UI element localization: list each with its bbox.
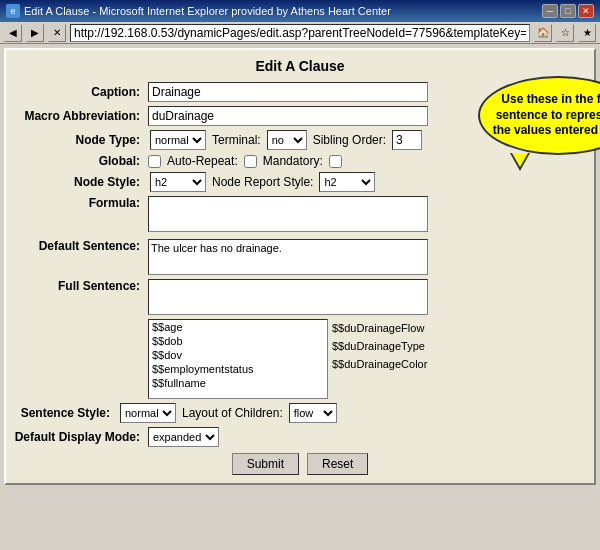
ie-icon: e (6, 4, 20, 18)
submit-area: Submit Reset (14, 453, 586, 475)
close-button[interactable]: ✕ (578, 4, 594, 18)
global-label: Global: (14, 154, 144, 168)
form-panel: Edit A Clause Caption: Macro Abbreviatio… (4, 48, 596, 485)
global-checkbox-group: Auto-Repeat: Mandatory: (148, 154, 342, 168)
mandatory-checkbox[interactable] (329, 155, 342, 168)
node-type-label: Node Type: (14, 133, 144, 147)
address-input[interactable] (70, 24, 530, 42)
address-bar: ◀ ▶ ✕ 🏠 ☆ ★ (0, 22, 600, 44)
terminal-label: Terminal: (212, 133, 261, 147)
var-item-dob[interactable]: $$dob (149, 334, 327, 348)
home-button[interactable]: 🏠 (534, 24, 552, 42)
display-mode-select[interactable]: expandedcollapsed (148, 427, 219, 447)
display-mode-row: Default Display Mode: expandedcollapsed (14, 427, 586, 447)
macro-label: Macro Abbreviation: (14, 109, 144, 123)
global-checkbox[interactable] (148, 155, 161, 168)
default-sentence-row: Default Sentence: The ulcer has no drain… (14, 239, 586, 275)
var-drainage-flow[interactable]: $$duDrainageFlow (332, 319, 427, 337)
var-item-employment[interactable]: $$employmentstatus (149, 362, 327, 376)
var-item-age[interactable]: $$age (149, 320, 327, 334)
sentence-style-row: Sentence Style: normalbolditalic Layout … (14, 403, 586, 423)
node-report-style-label: Node Report Style: (212, 175, 313, 189)
vars-right-list: $$duDrainageFlow $$duDrainageType $$duDr… (332, 319, 427, 399)
auto-repeat-checkbox[interactable] (244, 155, 257, 168)
mandatory-label: Mandatory: (263, 154, 323, 168)
var-drainage-type[interactable]: $$duDrainageType (332, 337, 427, 355)
caption-input[interactable] (148, 82, 428, 102)
display-mode-label: Default Display Mode: (14, 430, 144, 444)
back-button[interactable]: ◀ (4, 24, 22, 42)
forward-button[interactable]: ▶ (26, 24, 44, 42)
var-drainage-color[interactable]: $$duDrainageColor (332, 355, 427, 373)
vars-left-list[interactable]: $$age $$dob $$dov $$employmentstatus $$f… (148, 319, 328, 399)
node-report-style-select[interactable]: h1h2h3normal (319, 172, 375, 192)
maximize-button[interactable]: □ (560, 4, 576, 18)
formula-row: Formula: Use these in the full sentence … (14, 196, 586, 235)
form-title: Edit A Clause (14, 58, 586, 74)
sibling-label: Sibling Order: (313, 133, 386, 147)
title-bar-controls: ─ □ ✕ (542, 4, 594, 18)
tools-button[interactable]: ★ (578, 24, 596, 42)
layout-label: Layout of Children: (182, 406, 283, 420)
node-style-row: Node Style: h1h2h3normal Node Report Sty… (14, 172, 586, 192)
minimize-button[interactable]: ─ (542, 4, 558, 18)
formula-textarea[interactable] (148, 196, 428, 232)
formula-container: Use these in the full sentence to repres… (148, 196, 428, 235)
submit-button[interactable]: Submit (232, 453, 299, 475)
stop-button[interactable]: ✕ (48, 24, 66, 42)
caption-label: Caption: (14, 85, 144, 99)
layout-select[interactable]: flowblockinline (289, 403, 337, 423)
sentence-style-select[interactable]: normalbolditalic (120, 403, 176, 423)
var-item-fullname[interactable]: $$fullname (149, 376, 327, 390)
reset-button[interactable]: Reset (307, 453, 368, 475)
auto-repeat-label: Auto-Repeat: (167, 154, 238, 168)
sibling-input[interactable] (392, 130, 422, 150)
terminal-select[interactable]: noyes (267, 130, 307, 150)
formula-label: Formula: (14, 196, 144, 210)
node-style-label: Node Style: (14, 175, 144, 189)
node-style-select[interactable]: h1h2h3normal (150, 172, 206, 192)
default-sentence-textarea[interactable]: The ulcer has no drainage. (148, 239, 428, 275)
full-sentence-label: Full Sentence: (14, 279, 144, 293)
title-bar: e Edit A Clause - Microsoft Internet Exp… (0, 0, 600, 22)
sentence-style-label: Sentence Style: (14, 406, 114, 420)
var-item-dov[interactable]: $$dov (149, 348, 327, 362)
title-bar-left: e Edit A Clause - Microsoft Internet Exp… (6, 4, 391, 18)
macro-input[interactable] (148, 106, 428, 126)
default-sentence-label: Default Sentence: (14, 239, 144, 253)
full-sentence-textarea[interactable] (148, 279, 428, 315)
full-sentence-row: Full Sentence: (14, 279, 586, 315)
window-title: Edit A Clause - Microsoft Internet Explo… (24, 5, 391, 17)
node-type-select[interactable]: normalgroupleaf (150, 130, 206, 150)
variables-section: $$age $$dob $$dov $$employmentstatus $$f… (148, 319, 586, 399)
favorites-button[interactable]: ☆ (556, 24, 574, 42)
global-row: Global: Auto-Repeat: Mandatory: (14, 154, 586, 168)
main-content: Edit A Clause Caption: Macro Abbreviatio… (0, 44, 600, 489)
